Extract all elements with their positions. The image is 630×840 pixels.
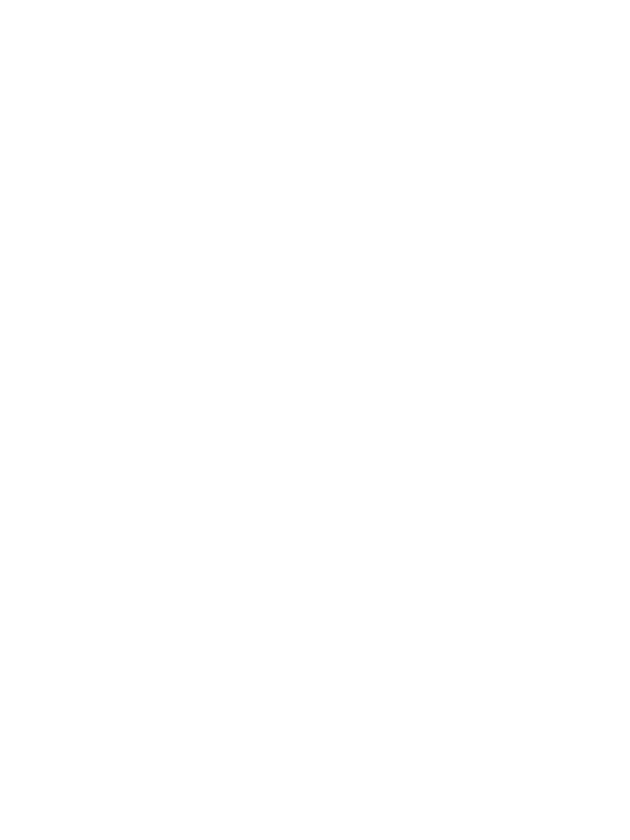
footer [33, 40, 597, 45]
